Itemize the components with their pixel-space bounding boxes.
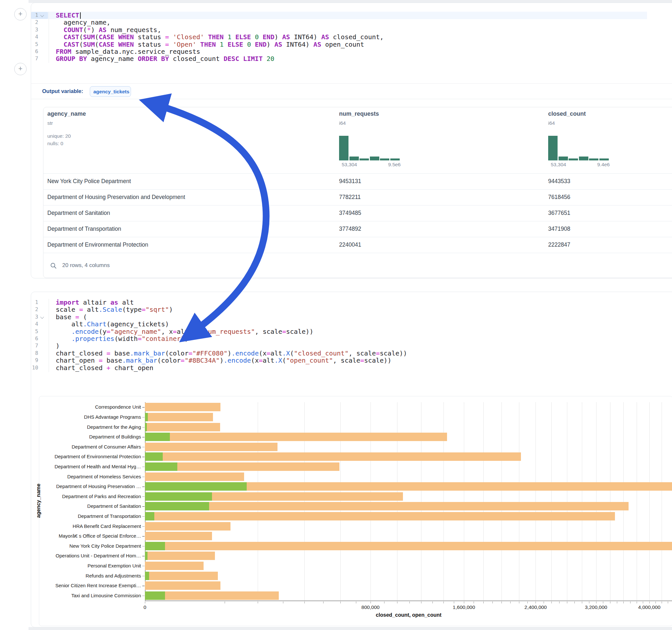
code-text: agency_name,	[56, 19, 111, 26]
code-line[interactable]: 3base = (	[31, 313, 647, 321]
code-token: )	[227, 349, 232, 357]
divider	[31, 83, 672, 83]
y-axis-tick	[142, 546, 145, 547]
column-header-agency-name[interactable]: agency_name	[47, 111, 86, 117]
y-axis-label: New York City Police Department	[44, 543, 141, 549]
code-token: CAST	[64, 41, 79, 48]
code-token: WHEN	[118, 41, 134, 48]
y-axis-label: Department of Parks and Recreation	[44, 493, 141, 499]
code-token	[56, 41, 64, 48]
code-token: sample_data.nyc.service_requests	[71, 48, 200, 55]
code-token	[251, 41, 255, 48]
add-cell-button-middle[interactable]: +	[14, 63, 27, 75]
fold-chevron-icon[interactable]	[40, 315, 44, 319]
table-cell: 7618456	[548, 189, 570, 205]
column-header-closed-count[interactable]: closed_count	[548, 111, 586, 117]
code-line[interactable]: 4 alt.Chart(agency_tickets)	[31, 320, 647, 328]
add-cell-button-top[interactable]: +	[14, 8, 27, 20]
code-line[interactable]: 5 .encode(y="agency_name", x=alt.X("num_…	[31, 328, 647, 335]
code-text: chart_closed + chart_open	[56, 364, 153, 371]
code-line[interactable]: 9chart_open = base.mark_bar(color="#8BC3…	[31, 357, 647, 364]
dataframe-preview: agency_name str unique: 20 nulls: 0 num_…	[43, 107, 672, 278]
code-token: alt	[270, 349, 282, 357]
code-line[interactable]: 6 .properties(width="container")	[31, 335, 647, 343]
bar-closed	[145, 542, 672, 550]
code-line[interactable]: 7GROUP BY agency_name ORDER BY closed_co…	[31, 55, 647, 63]
code-line[interactable]: 8chart_closed = base.mark_bar(color="#FF…	[31, 350, 647, 357]
y-axis-label: Department of Consumer Affairs	[44, 444, 141, 450]
x-axis-tick	[464, 602, 464, 603]
table-row[interactable]: Department of Housing Preservation and D…	[44, 189, 672, 205]
y-axis-label: Department of Sanitation	[44, 503, 141, 509]
line-number: 4	[31, 320, 38, 328]
code-token: )	[91, 26, 99, 34]
code-text: base = (	[56, 313, 87, 320]
code-token: +	[107, 364, 111, 372]
code-token: =	[376, 349, 380, 357]
code-token: CASE	[99, 41, 114, 48]
code-token: DESC	[224, 55, 239, 63]
sql-editor[interactable]: 1SELECT2 agency_name,3 COUNT(*) AS num_r…	[31, 12, 667, 64]
code-line[interactable]: 2 agency_name,	[31, 19, 647, 26]
gridline	[304, 402, 305, 601]
y-axis-label: Correspondence Unit	[44, 404, 141, 410]
gridline	[535, 402, 536, 601]
code-line[interactable]: 2scale = alt.Scale(type="sqrt")	[31, 306, 647, 313]
code-token: "#8BC34A"	[185, 357, 219, 364]
x-axis-tick	[527, 602, 528, 603]
y-axis-label: HRA Benefit Card Replacement	[44, 524, 141, 529]
x-axis-tick	[502, 602, 502, 603]
histogram-max-label: 9.5e6	[339, 162, 401, 168]
code-token: )	[169, 306, 173, 313]
code-token: THEN	[200, 41, 216, 48]
code-line[interactable]: 3 COUNT(*) AS num_requests,	[31, 26, 647, 34]
bar-closed	[145, 403, 220, 411]
table-row[interactable]: Department of Sanitation37494853677651	[44, 205, 672, 221]
code-text: )	[56, 342, 59, 349]
y-axis-label: Department of Housing Preservation …	[44, 484, 141, 489]
x-axis-tick	[454, 602, 454, 603]
bar-closed	[145, 512, 615, 520]
x-axis-title: closed_count, open_count	[145, 612, 672, 618]
output-variable-pill[interactable]: agency_tickets	[90, 86, 131, 97]
python-editor[interactable]: 1import altair as alt2scale = alt.Scale(…	[31, 299, 667, 373]
code-line[interactable]: 1import altair as alt	[31, 299, 647, 306]
x-axis-tick	[283, 602, 283, 603]
x-axis-tick	[443, 602, 444, 603]
bar-closed	[145, 581, 220, 590]
code-token: FROM	[56, 48, 71, 55]
column-header-num-requests[interactable]: num_requests	[339, 111, 379, 117]
column-dtype: str	[47, 120, 53, 126]
code-token: END	[255, 41, 266, 48]
histogram-closed-count	[548, 135, 610, 161]
bar-closed	[145, 502, 628, 510]
code-token: num_requests,	[107, 26, 162, 34]
code-token	[196, 41, 200, 48]
code-line[interactable]: 4 CAST(SUM(CASE WHEN status = 'Closed' T…	[31, 33, 647, 41]
code-token: (	[95, 33, 99, 41]
line-number: 7	[31, 342, 38, 349]
x-tick-label: 1,600,000	[445, 604, 483, 610]
code-token: 20	[266, 55, 274, 63]
code-text: CAST(SUM(CASE WHEN status = 'Closed' THE…	[56, 33, 384, 41]
code-line[interactable]: 5 CAST(SUM(CASE WHEN status = 'Open' THE…	[31, 41, 647, 48]
code-text: .encode(y="agency_name", x=alt.X("num_re…	[56, 328, 313, 335]
search-icon[interactable]	[50, 262, 57, 269]
code-token: agency_name,	[56, 19, 111, 26]
table-cell: 3677651	[548, 205, 570, 221]
histogram-num-requests	[339, 135, 401, 161]
hist-bar	[350, 156, 359, 161]
code-line[interactable]: 1SELECT	[31, 12, 647, 19]
table-row[interactable]: Department of Transportation377489234719…	[44, 221, 672, 237]
bar-open	[145, 453, 163, 461]
code-token: status	[134, 41, 165, 48]
code-line[interactable]: 10chart_closed + chart_open	[31, 364, 647, 372]
code-line[interactable]: 7)	[31, 342, 647, 350]
table-row[interactable]: Department of Environmental Protection22…	[44, 237, 672, 253]
code-token: INT64)	[282, 41, 313, 48]
table-row[interactable]: New York City Police Department945313194…	[44, 173, 672, 189]
table-cell: New York City Police Department	[47, 173, 131, 189]
hist-bar	[599, 159, 609, 161]
hist-bar	[339, 136, 349, 161]
code-line[interactable]: 6FROM sample_data.nyc.service_requests	[31, 48, 647, 55]
